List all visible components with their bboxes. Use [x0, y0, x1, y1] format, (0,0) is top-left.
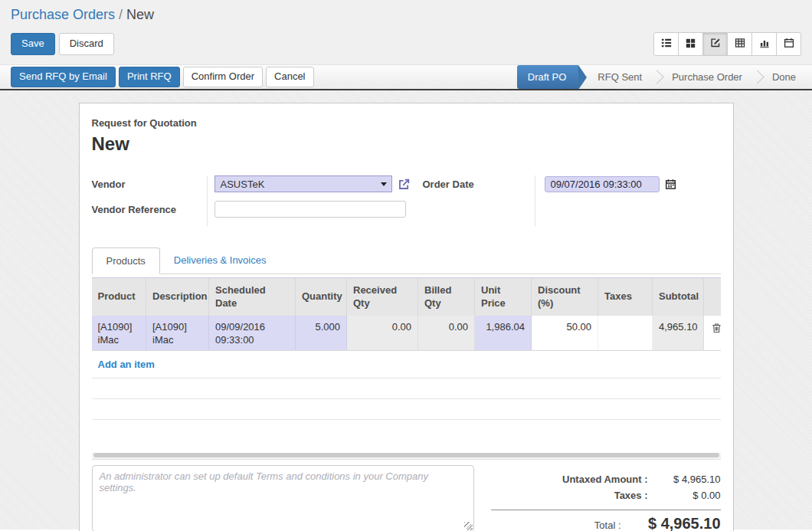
column-header-discount: Discount (%) — [532, 278, 598, 316]
footer-section: Untaxed Amount : $ 4,965.10 Taxes : $ 0.… — [92, 465, 721, 531]
document-type-label: Request for Quotation — [92, 117, 721, 129]
form-edit-icon — [710, 38, 721, 51]
empty-line-row — [92, 399, 721, 420]
notebook-tabs: Products Deliveries & Invoices — [92, 247, 721, 274]
header-fields: Vendor Vendor Reference ASUSTeK — [92, 175, 721, 226]
column-header-subtotal: Subtotal — [653, 278, 704, 316]
totals-block: Untaxed Amount : $ 4,965.10 Taxes : $ 0.… — [491, 465, 721, 531]
column-header-product: Product — [92, 278, 146, 316]
kanban-view-button[interactable] — [678, 32, 703, 56]
delete-line-button[interactable] — [710, 322, 723, 336]
print-rfq-button[interactable]: Print RFQ — [119, 67, 180, 87]
taxes-value: $ 0.00 — [648, 487, 721, 503]
calendar-icon — [784, 38, 794, 51]
horizontal-scrollbar — [92, 453, 721, 460]
cell-unit-price[interactable]: 1,986.04 — [475, 316, 532, 351]
add-item-row: Add an item — [92, 350, 721, 379]
status-step-draft-po[interactable]: Draft PO — [517, 65, 579, 89]
column-header-received-qty: Received Qty — [347, 278, 418, 316]
status-step-rfq-sent[interactable]: RFQ Sent — [589, 65, 650, 89]
tab-deliveries-invoices[interactable]: Deliveries & Invoices — [160, 247, 280, 274]
kanban-icon — [686, 38, 696, 51]
confirm-order-button[interactable]: Confirm Order — [183, 67, 263, 87]
graph-icon — [759, 38, 770, 51]
status-step-purchase-order[interactable]: Purchase Order — [663, 65, 751, 89]
page-title: New — [92, 133, 721, 155]
cell-product[interactable]: [A1090] iMac — [92, 316, 146, 351]
form-background: Request for Quotation New Vendor Vendor … — [0, 90, 812, 529]
cell-subtotal: 4,965.10 — [653, 316, 704, 351]
vendor-reference-label: Vendor Reference — [92, 201, 207, 218]
discard-button[interactable]: Discard — [59, 33, 114, 54]
order-date-label: Order Date — [423, 175, 535, 192]
save-button[interactable]: Save — [11, 33, 55, 54]
tab-products[interactable]: Products — [92, 247, 160, 274]
total-value: $ 4,965.10 — [621, 516, 721, 531]
cell-discount[interactable]: 50.00 — [532, 316, 598, 351]
vendor-reference-input[interactable] — [214, 201, 406, 218]
list-icon — [661, 38, 672, 51]
trash-icon — [712, 323, 722, 336]
vendor-select[interactable]: ASUSTeK — [214, 175, 392, 192]
table-header-row: Product Description Scheduled Date Quant… — [92, 278, 721, 316]
status-action-bar: Send RFQ by Email Print RFQ Confirm Orde… — [0, 64, 812, 90]
column-header-billed-qty: Billed Qty — [418, 278, 475, 316]
column-header-quantity: Quantity — [296, 278, 347, 316]
cell-scheduled-date[interactable]: 09/09/2016 09:33:00 — [209, 316, 296, 351]
list-view-button[interactable] — [653, 32, 679, 56]
calendar-picker-icon[interactable] — [665, 179, 676, 190]
calendar-view-button[interactable] — [776, 32, 801, 56]
cell-received-qty: 0.00 — [347, 316, 418, 351]
pivot-table-icon — [735, 38, 745, 51]
add-an-item-link[interactable]: Add an item — [98, 359, 155, 370]
column-header-taxes: Taxes — [598, 278, 653, 316]
caret-down-icon — [381, 182, 387, 186]
untaxed-amount-label: Untaxed Amount : — [562, 471, 647, 487]
breadcrumb-current: New — [126, 7, 154, 22]
cell-description[interactable]: [A1090] iMac — [146, 316, 209, 351]
column-header-scheduled-date: Scheduled Date — [209, 278, 296, 316]
vendor-label: Vendor — [92, 175, 207, 192]
chevron-right-icon — [650, 70, 663, 84]
chevron-right-icon — [750, 70, 764, 84]
breadcrumb: Purchase Orders/New — [11, 7, 801, 23]
column-header-delete — [704, 278, 721, 316]
empty-line-row — [92, 420, 721, 441]
horizontal-scrollbar-thumb[interactable] — [93, 453, 719, 457]
external-link-icon[interactable] — [398, 178, 411, 191]
vendor-select-value: ASUSTeK — [221, 179, 265, 190]
order-date-input[interactable] — [545, 176, 660, 192]
breadcrumb-purchase-orders[interactable]: Purchase Orders — [11, 7, 115, 22]
form-view-button[interactable] — [702, 32, 728, 56]
form-sheet: Request for Quotation New Vendor Vendor … — [79, 103, 734, 531]
cell-quantity[interactable]: 5.000 — [296, 316, 347, 351]
pivot-view-button[interactable] — [727, 32, 752, 56]
column-header-description: Description — [146, 278, 209, 316]
actions-row: Save Discard — [11, 32, 801, 56]
empty-line-row — [92, 379, 721, 399]
totals-divider — [491, 510, 721, 510]
breadcrumb-separator: / — [119, 7, 123, 22]
cell-billed-qty: 0.00 — [418, 316, 475, 351]
column-header-unit-price: Unit Price — [475, 278, 532, 316]
cell-taxes[interactable] — [598, 316, 653, 351]
terms-conditions-textarea[interactable] — [92, 465, 474, 531]
record-actions: Send RFQ by Email Print RFQ Confirm Orde… — [11, 65, 314, 89]
order-lines-table: Product Description Scheduled Date Quant… — [92, 277, 721, 441]
top-bar: Purchase Orders/New Save Discard — [0, 0, 812, 64]
view-switcher — [653, 32, 801, 56]
total-label: Total : — [594, 517, 621, 531]
statusbar-steps: Draft PO RFQ Sent Purchase Order Done — [517, 65, 812, 89]
graph-view-button[interactable] — [751, 32, 777, 56]
status-step-done[interactable]: Done — [764, 65, 804, 89]
taxes-label: Taxes : — [614, 487, 648, 503]
untaxed-amount-value: $ 4,965.10 — [648, 471, 721, 487]
notes-wrapper — [92, 465, 474, 531]
cancel-button[interactable]: Cancel — [266, 67, 313, 87]
order-line-row: [A1090] iMac [A1090] iMac 09/09/2016 09:… — [92, 316, 721, 351]
send-rfq-by-email-button[interactable]: Send RFQ by Email — [11, 67, 116, 87]
